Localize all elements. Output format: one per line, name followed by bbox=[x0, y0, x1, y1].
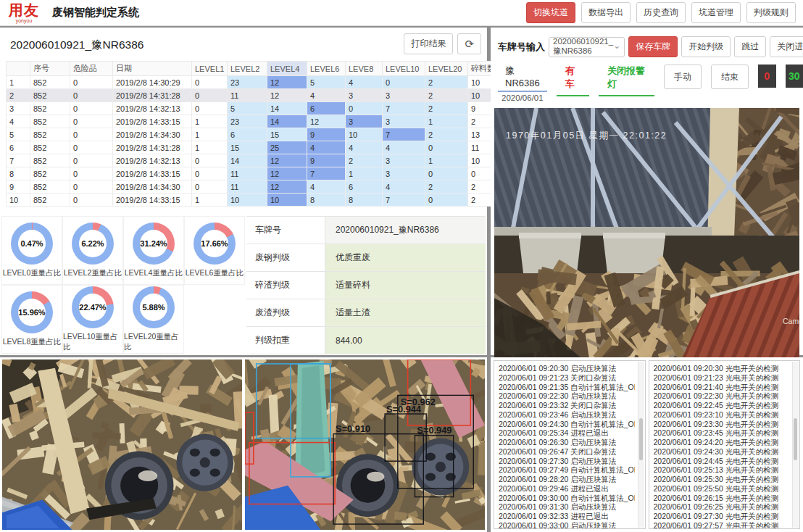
camera-watermark: Camer bbox=[783, 317, 799, 325]
scrollbar-thumb[interactable] bbox=[794, 418, 797, 460]
log-entry: 2020/06/01 09:23:46 启动压块算法 bbox=[499, 410, 635, 420]
table-cell: 4 bbox=[346, 141, 383, 154]
scrollbar-thumb[interactable] bbox=[639, 418, 643, 460]
table-row[interactable]: 785202019/2/8 14:32:13014129231100 bbox=[7, 154, 562, 167]
level-data-table[interactable]: 序号危险品日期LEVEL1LEVEL2LEVEL4LEVEL6LEVE8LEVE… bbox=[6, 61, 562, 207]
table-cell: 0 bbox=[192, 180, 228, 194]
table-cell: 23 bbox=[228, 115, 267, 128]
donut-percent: 15.96% bbox=[18, 299, 46, 326]
table-row[interactable]: 285202019/2/8 14:31:28011124332100 bbox=[7, 89, 562, 102]
header-button-4[interactable]: 坑道管理 bbox=[691, 2, 741, 23]
table-cell: 0 bbox=[192, 89, 228, 102]
donut-percent: 6.22% bbox=[79, 230, 107, 257]
table-cell: 12 bbox=[307, 115, 346, 128]
log-entry: 2020/06/01 09:31:30 启动压块算法 bbox=[499, 502, 635, 512]
end-button[interactable]: 结束 bbox=[711, 65, 749, 89]
log-entry: 2020/06/01 09:25:30 光电开关的检测 bbox=[654, 475, 790, 484]
table-row[interactable]: 1085202019/2/8 14:33:1511010887020 bbox=[7, 194, 562, 207]
manual-button[interactable]: 手动 bbox=[664, 65, 702, 89]
control-panel: 车牌号输入 202006010921_豫NR6386 ⌄ 保存车牌 开始判级 跳… bbox=[491, 28, 803, 355]
table-row[interactable]: 985202019/2/8 14:34:3001112464220 bbox=[7, 180, 562, 194]
table-cell: 8 bbox=[7, 167, 30, 180]
refresh-button[interactable]: ⟳ bbox=[457, 33, 481, 54]
table-cell: 1 bbox=[346, 167, 383, 180]
donut-chart: 6.22%LEVEL2重量占比 bbox=[62, 216, 123, 285]
table-cell: 852 bbox=[30, 115, 70, 128]
table-cell: 7 bbox=[383, 102, 425, 115]
log-entry: 2020/06/01 09:32:33 进程已退出 bbox=[499, 512, 635, 521]
donut-label: LEVEL0重量占比 bbox=[3, 268, 62, 278]
summary-label: 废渣判级 bbox=[246, 299, 325, 326]
column-header-LEVEL20: LEVEL20 bbox=[425, 62, 468, 76]
logs-panel: 2020/06/01 09:20:30 启动压块算法2020/06/01 09:… bbox=[491, 357, 803, 532]
scrollbar[interactable] bbox=[792, 362, 799, 528]
log-entry: 2020/06/01 09:23:32 关闭口杂算法 bbox=[499, 401, 635, 410]
table-row[interactable]: 685202019/2/8 14:31:281152544401110 bbox=[7, 141, 562, 154]
summary-row: 废钢判级优质重废 bbox=[246, 244, 486, 272]
table-row[interactable]: 585202019/2/8 14:34:30161591072130 bbox=[7, 128, 562, 141]
log-entry: 2020/06/01 09:23:30 光电开关的检测 bbox=[654, 420, 790, 429]
summary-row: 判级扣重844.00 bbox=[246, 327, 486, 354]
table-row[interactable]: 185202019/2/8 14:30:290231254021045 bbox=[7, 76, 562, 89]
donut-chart: 22.47%LEVEL10重量占比 bbox=[62, 285, 123, 354]
table-cell: 1 bbox=[192, 115, 228, 128]
table-cell: 14 bbox=[267, 102, 307, 115]
table-row[interactable]: 885202019/2/8 14:33:1501112713000 bbox=[7, 167, 562, 180]
table-cell: 9 bbox=[7, 180, 30, 194]
table-cell: 5 bbox=[228, 102, 267, 115]
refresh-icon: ⟳ bbox=[465, 38, 474, 50]
table-cell: 2019/2/8 14:31:28 bbox=[113, 89, 192, 102]
log-entry: 2020/06/01 09:21:40 光电开关的检测 bbox=[654, 383, 790, 392]
log-entry: 2020/06/01 09:26:15 光电开关的检测 bbox=[654, 494, 790, 503]
save-plate-button[interactable]: 保存车牌 bbox=[628, 36, 678, 57]
start-grading-button[interactable]: 开始判级 bbox=[681, 36, 731, 57]
donut-label: LEVEL2重量占比 bbox=[64, 268, 122, 278]
donut-label: LEVEL20重量占比 bbox=[124, 332, 183, 352]
summary-label: 碎渣判级 bbox=[246, 272, 325, 299]
print-result-button[interactable]: 打印结果 bbox=[404, 33, 453, 54]
plate-link[interactable]: 豫NR6386 bbox=[498, 65, 547, 92]
skip-button[interactable]: 跳过 bbox=[734, 36, 766, 57]
table-cell: 3 bbox=[346, 115, 383, 128]
table-cell: 2019/2/8 14:32:13 bbox=[113, 102, 192, 115]
log-entry: 2020/06/01 09:22:30 光电开关的检测 bbox=[654, 391, 790, 401]
header-button-3[interactable]: 历史查询 bbox=[636, 2, 686, 23]
vehicle-status-badge: 有车 bbox=[557, 65, 589, 96]
table-cell: 7 bbox=[383, 194, 425, 207]
table-row[interactable]: 385202019/2/8 14:32:130514607290 bbox=[7, 102, 562, 115]
summary-value: 适量碎料 bbox=[325, 272, 486, 299]
header-button-2[interactable]: 数据导出 bbox=[581, 2, 631, 23]
table-cell: 852 bbox=[30, 128, 70, 141]
plate-controls: 车牌号输入 202006010921_豫NR6386 ⌄ 保存车牌 开始判级 跳… bbox=[491, 28, 803, 62]
table-cell: 23 bbox=[228, 76, 267, 89]
scrollbar[interactable] bbox=[638, 362, 644, 528]
camera-feed-image: 1970年01月05日 星期一 22:01:22 Camer bbox=[494, 108, 799, 363]
table-cell: 2 bbox=[7, 89, 30, 102]
table-cell: 2 bbox=[425, 76, 468, 89]
algorithm-log-list[interactable]: 2020/06/01 09:20:30 启动压块算法2020/06/01 09:… bbox=[494, 360, 646, 529]
status-row: 豫NR6386 2020/06/01 有车 关闭报警灯 手动 结束 0 30 bbox=[491, 62, 803, 107]
log-entry: 2020/06/01 09:23:10 光电开关的检测 bbox=[654, 410, 790, 420]
table-cell: 1 bbox=[192, 128, 228, 141]
table-cell: 12 bbox=[267, 76, 307, 89]
donut-label: LEVEL8重量占比 bbox=[3, 337, 62, 347]
table-cell: 10 bbox=[267, 194, 307, 207]
table-cell: 3 bbox=[383, 154, 425, 167]
donut-chart: 15.96%LEVEL8重量占比 bbox=[1, 285, 62, 354]
summary-value: 844.00 bbox=[325, 327, 486, 354]
table-cell: 2019/2/8 14:34:30 bbox=[113, 128, 192, 141]
summary-row: 车牌号202006010921_豫NR6386 bbox=[246, 217, 486, 244]
donut-chart: 17.66%LEVEL6重量占比 bbox=[184, 216, 245, 285]
donut-ring: 15.96% bbox=[11, 291, 53, 333]
plate-block: 豫NR6386 2020/06/01 bbox=[498, 65, 547, 102]
alarm-light-toggle[interactable]: 关闭报警灯 bbox=[599, 65, 654, 96]
sensor-log-list[interactable]: 2020/06/01 09:20:30 光电开关的检测2020/06/01 09… bbox=[649, 360, 801, 529]
table-row[interactable]: 485202019/2/8 14:33:151231412331213 bbox=[7, 115, 562, 128]
table-cell: 4 bbox=[307, 89, 346, 102]
close-process-button[interactable]: 关闭进程 bbox=[770, 36, 803, 57]
header-button-5[interactable]: 判级规则 bbox=[746, 2, 796, 23]
header-button-1[interactable]: 切换坑道 bbox=[526, 2, 575, 23]
table-cell: 2 bbox=[425, 89, 468, 102]
plate-select[interactable]: 202006010921_豫NR6386 ⌄ bbox=[549, 37, 625, 57]
column-header-序号: 序号 bbox=[30, 62, 70, 76]
